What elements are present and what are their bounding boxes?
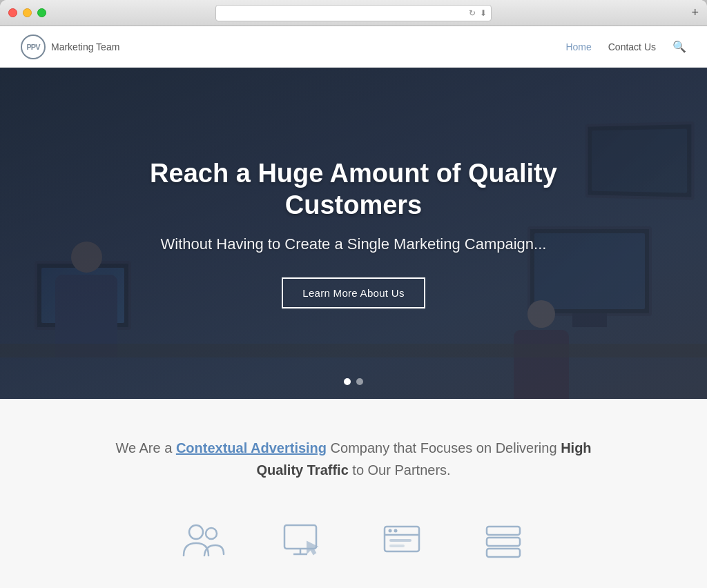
logo-text: Marketing Team: [51, 41, 119, 52]
logo-initials: PPV: [26, 43, 39, 51]
hero-subtitle: Without Having to Create a Single Market…: [139, 235, 568, 253]
mac-window: ↻ ⬇ + PPV Marketing Team Home Contact Us…: [0, 0, 707, 588]
browser-icon-item: [381, 522, 426, 563]
learn-more-button[interactable]: Learn More About Us: [282, 277, 425, 308]
hero-content: Reach a Huge Amount of Quality Customers…: [112, 158, 595, 308]
logo-circle: PPV: [21, 35, 46, 59]
monitor-cursor-icon-item: [281, 522, 326, 563]
logo: PPV Marketing Team: [21, 35, 119, 59]
stacked-icon: [481, 522, 526, 563]
close-button[interactable]: [8, 8, 17, 17]
navigation: PPV Marketing Team Home Contact Us 🔍: [0, 26, 707, 68]
new-tab-button[interactable]: +: [691, 6, 699, 20]
nav-home[interactable]: Home: [565, 41, 591, 52]
svg-rect-12: [487, 538, 520, 546]
people-icon: [181, 522, 226, 563]
about-section: We Are a Contextual Advertising Company …: [0, 399, 707, 588]
stacked-icon-item: [481, 522, 526, 563]
browser-icon: [381, 522, 426, 563]
website: PPV Marketing Team Home Contact Us 🔍: [0, 26, 707, 588]
window-controls: [8, 8, 46, 17]
slide-dot-1[interactable]: [344, 378, 351, 385]
download-icon[interactable]: ⬇: [480, 8, 487, 18]
minimize-button[interactable]: [23, 8, 32, 17]
about-part3: to Our Partners.: [349, 462, 451, 478]
about-part1: We Are a: [115, 440, 175, 455]
svg-rect-9: [389, 539, 411, 542]
svg-point-8: [394, 529, 398, 533]
address-bar[interactable]: ↻ ⬇: [215, 5, 492, 21]
about-text: We Are a Contextual Advertising Company …: [112, 437, 595, 481]
people-icon-item: [181, 522, 226, 563]
contextual-advertising-link[interactable]: Contextual Advertising: [176, 440, 327, 455]
svg-rect-13: [487, 549, 520, 557]
hero-title: Reach a Huge Amount of Quality Customers: [139, 158, 568, 221]
svg-point-0: [189, 525, 203, 539]
slider-dots: [344, 378, 363, 385]
nav-links: Home Contact Us 🔍: [565, 40, 686, 53]
reload-icon[interactable]: ↻: [469, 8, 476, 18]
monitor-cursor-icon: [281, 522, 326, 563]
search-icon[interactable]: 🔍: [672, 40, 686, 53]
maximize-button[interactable]: [37, 8, 46, 17]
svg-point-1: [206, 528, 217, 539]
nav-contact[interactable]: Contact Us: [608, 41, 656, 52]
hero-section: Reach a Huge Amount of Quality Customers…: [0, 68, 707, 399]
slide-dot-2[interactable]: [356, 378, 363, 385]
svg-point-7: [389, 529, 392, 533]
about-part2: Company that Focuses on Delivering: [327, 440, 561, 455]
icon-row: [28, 516, 679, 577]
titlebar: ↻ ⬇ +: [0, 0, 707, 26]
svg-rect-10: [389, 545, 405, 547]
addressbar-icons: ↻ ⬇: [469, 8, 491, 18]
svg-rect-11: [487, 527, 520, 535]
